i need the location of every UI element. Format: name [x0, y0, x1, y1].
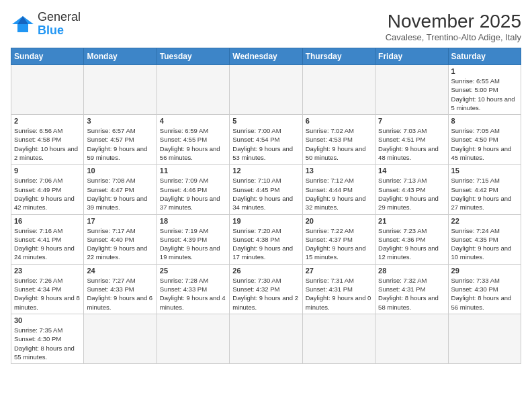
calendar-cell — [375, 65, 448, 115]
day-number: 24 — [87, 267, 153, 275]
day-info: Sunrise: 7:31 AMSunset: 4:31 PMDaylight:… — [306, 276, 372, 312]
calendar-cell: 27Sunrise: 7:31 AMSunset: 4:31 PMDayligh… — [302, 264, 375, 314]
day-info: Sunrise: 7:19 AMSunset: 4:39 PMDaylight:… — [160, 226, 226, 262]
day-number: 3 — [87, 117, 153, 125]
day-info: Sunrise: 7:23 AMSunset: 4:36 PMDaylight:… — [378, 226, 445, 262]
calendar-cell: 13Sunrise: 7:12 AMSunset: 4:44 PMDayligh… — [302, 165, 375, 214]
day-info: Sunrise: 7:30 AMSunset: 4:32 PMDaylight:… — [232, 276, 299, 312]
day-info: Sunrise: 7:35 AMSunset: 4:30 PMDaylight:… — [14, 326, 81, 361]
day-info: Sunrise: 7:16 AMSunset: 4:41 PMDaylight:… — [14, 226, 81, 262]
logo: General Blue — [11, 11, 81, 38]
calendar-week-3: 16Sunrise: 7:16 AMSunset: 4:41 PMDayligh… — [11, 214, 521, 264]
day-number: 23 — [14, 267, 81, 275]
day-number: 1 — [451, 67, 518, 75]
day-info: Sunrise: 7:08 AMSunset: 4:47 PMDaylight:… — [87, 176, 153, 212]
calendar-cell: 21Sunrise: 7:23 AMSunset: 4:36 PMDayligh… — [375, 214, 448, 264]
calendar-week-4: 23Sunrise: 7:26 AMSunset: 4:34 PMDayligh… — [11, 264, 521, 314]
day-number: 30 — [14, 316, 81, 324]
weekday-header-friday: Friday — [375, 48, 448, 65]
calendar-cell: 5Sunrise: 7:00 AMSunset: 4:54 PMDaylight… — [230, 115, 302, 165]
calendar-cell: 26Sunrise: 7:30 AMSunset: 4:32 PMDayligh… — [230, 264, 302, 314]
day-number: 25 — [160, 267, 226, 275]
day-number: 6 — [306, 117, 372, 125]
day-info: Sunrise: 7:15 AMSunset: 4:42 PMDaylight:… — [451, 176, 518, 212]
calendar-cell — [230, 314, 302, 363]
calendar-week-1: 2Sunrise: 6:56 AMSunset: 4:58 PMDaylight… — [11, 115, 521, 165]
calendar-cell — [84, 65, 157, 115]
day-info: Sunrise: 7:09 AMSunset: 4:46 PMDaylight:… — [160, 176, 226, 212]
day-number: 26 — [232, 267, 299, 275]
day-number: 20 — [306, 217, 372, 225]
day-number: 17 — [87, 217, 153, 225]
weekday-header-monday: Monday — [84, 48, 157, 65]
weekday-header-thursday: Thursday — [302, 48, 375, 65]
calendar-cell: 8Sunrise: 7:05 AMSunset: 4:50 PMDaylight… — [448, 115, 521, 165]
day-info: Sunrise: 7:02 AMSunset: 4:53 PMDaylight:… — [306, 126, 372, 162]
day-info: Sunrise: 7:10 AMSunset: 4:45 PMDaylight:… — [232, 176, 299, 212]
day-info: Sunrise: 7:13 AMSunset: 4:43 PMDaylight:… — [378, 176, 445, 212]
calendar-cell: 24Sunrise: 7:27 AMSunset: 4:33 PMDayligh… — [84, 264, 157, 314]
day-number: 28 — [378, 267, 445, 275]
day-info: Sunrise: 7:12 AMSunset: 4:44 PMDaylight:… — [306, 176, 372, 212]
day-number: 8 — [451, 117, 518, 125]
day-info: Sunrise: 7:27 AMSunset: 4:33 PMDaylight:… — [87, 276, 153, 312]
weekday-header-tuesday: Tuesday — [157, 48, 229, 65]
calendar-cell: 2Sunrise: 6:56 AMSunset: 4:58 PMDaylight… — [11, 115, 84, 165]
calendar-cell: 25Sunrise: 7:28 AMSunset: 4:33 PMDayligh… — [157, 264, 229, 314]
calendar-cell — [448, 314, 521, 363]
logo-general: General — [38, 11, 81, 24]
calendar-cell: 9Sunrise: 7:06 AMSunset: 4:49 PMDaylight… — [11, 165, 84, 214]
calendar-header-row: SundayMondayTuesdayWednesdayThursdayFrid… — [11, 48, 521, 65]
calendar-cell: 22Sunrise: 7:24 AMSunset: 4:35 PMDayligh… — [448, 214, 521, 264]
calendar-cell — [302, 314, 375, 363]
day-info: Sunrise: 7:20 AMSunset: 4:38 PMDaylight:… — [232, 226, 299, 262]
weekday-header-wednesday: Wednesday — [230, 48, 302, 65]
calendar-cell: 16Sunrise: 7:16 AMSunset: 4:41 PMDayligh… — [11, 214, 84, 264]
day-info: Sunrise: 7:26 AMSunset: 4:34 PMDaylight:… — [14, 276, 81, 312]
day-info: Sunrise: 7:06 AMSunset: 4:49 PMDaylight:… — [14, 176, 81, 212]
calendar-week-5: 30Sunrise: 7:35 AMSunset: 4:30 PMDayligh… — [11, 314, 521, 363]
calendar-cell: 29Sunrise: 7:33 AMSunset: 4:30 PMDayligh… — [448, 264, 521, 314]
day-info: Sunrise: 7:17 AMSunset: 4:40 PMDaylight:… — [87, 226, 153, 262]
day-number: 18 — [160, 217, 226, 225]
day-number: 27 — [306, 267, 372, 275]
day-number: 14 — [378, 167, 445, 175]
day-number: 29 — [451, 267, 518, 275]
day-info: Sunrise: 6:59 AMSunset: 4:55 PMDaylight:… — [160, 126, 226, 162]
day-info: Sunrise: 7:28 AMSunset: 4:33 PMDaylight:… — [160, 276, 226, 312]
logo-icon — [11, 15, 35, 34]
day-number: 12 — [232, 167, 299, 175]
day-number: 11 — [160, 167, 226, 175]
page-header: General Blue November 2025 Cavalese, Tre… — [11, 11, 521, 42]
day-info: Sunrise: 7:03 AMSunset: 4:51 PMDaylight:… — [378, 126, 445, 162]
location: Cavalese, Trentino-Alto Adige, Italy — [386, 32, 521, 42]
calendar-cell: 6Sunrise: 7:02 AMSunset: 4:53 PMDaylight… — [302, 115, 375, 165]
day-number: 2 — [14, 117, 81, 125]
day-info: Sunrise: 7:33 AMSunset: 4:30 PMDaylight:… — [451, 276, 518, 312]
day-info: Sunrise: 6:55 AMSunset: 5:00 PMDaylight:… — [451, 77, 518, 112]
calendar-table: SundayMondayTuesdayWednesdayThursdayFrid… — [11, 48, 521, 364]
day-number: 7 — [378, 117, 445, 125]
day-info: Sunrise: 7:24 AMSunset: 4:35 PMDaylight:… — [451, 226, 518, 262]
day-number: 13 — [306, 167, 372, 175]
calendar-cell: 14Sunrise: 7:13 AMSunset: 4:43 PMDayligh… — [375, 165, 448, 214]
day-number: 19 — [232, 217, 299, 225]
day-number: 15 — [451, 167, 518, 175]
calendar-cell: 28Sunrise: 7:32 AMSunset: 4:31 PMDayligh… — [375, 264, 448, 314]
calendar-cell: 20Sunrise: 7:22 AMSunset: 4:37 PMDayligh… — [302, 214, 375, 264]
day-info: Sunrise: 7:22 AMSunset: 4:37 PMDaylight:… — [306, 226, 372, 262]
title-block: November 2025 Cavalese, Trentino-Alto Ad… — [386, 11, 521, 42]
calendar-cell: 17Sunrise: 7:17 AMSunset: 4:40 PMDayligh… — [84, 214, 157, 264]
calendar-cell — [157, 314, 229, 363]
day-info: Sunrise: 6:56 AMSunset: 4:58 PMDaylight:… — [14, 126, 81, 162]
calendar-cell: 15Sunrise: 7:15 AMSunset: 4:42 PMDayligh… — [448, 165, 521, 214]
day-number: 4 — [160, 117, 226, 125]
calendar-cell — [157, 65, 229, 115]
calendar-week-2: 9Sunrise: 7:06 AMSunset: 4:49 PMDaylight… — [11, 165, 521, 214]
calendar-cell: 19Sunrise: 7:20 AMSunset: 4:38 PMDayligh… — [230, 214, 302, 264]
calendar-week-0: 1Sunrise: 6:55 AMSunset: 5:00 PMDaylight… — [11, 65, 521, 115]
calendar-cell: 30Sunrise: 7:35 AMSunset: 4:30 PMDayligh… — [11, 314, 84, 363]
calendar-cell: 23Sunrise: 7:26 AMSunset: 4:34 PMDayligh… — [11, 264, 84, 314]
calendar-cell — [302, 65, 375, 115]
calendar-cell: 18Sunrise: 7:19 AMSunset: 4:39 PMDayligh… — [157, 214, 229, 264]
